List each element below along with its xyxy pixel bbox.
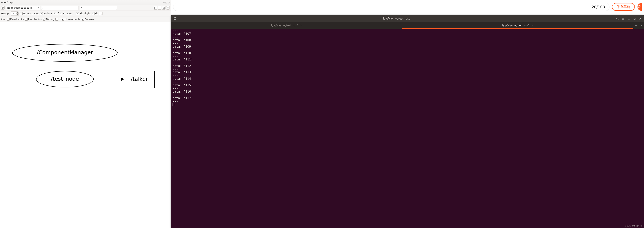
terminal-tab-strip: lyy@lyy: ~/test_ros2 ✕ lyy@lyy: ~/test_r…: [171, 22, 644, 29]
terminal-line: ---: [172, 100, 642, 103]
terminal-window: lyy@lyy: ~/test_ros2: [171, 15, 644, 228]
terminal-line: data: '111': [172, 58, 642, 61]
counter-pill: 20/100: [173, 3, 609, 11]
publish-button[interactable]: 发: [638, 3, 642, 11]
separator: [74, 12, 74, 16]
terminal-tab-2[interactable]: lyy@lyy: ~/test_ros2 ✕: [402, 22, 633, 29]
terminal-line: data: '110': [172, 52, 642, 55]
group-label: Group:: [1, 12, 10, 15]
checkbox-highlight[interactable]: Highlight: [76, 12, 91, 15]
hide-label: ide:: [1, 18, 6, 21]
checkbox-unreachable[interactable]: Unreachable: [62, 18, 80, 21]
hamburger-icon: [622, 17, 624, 20]
view-mode-dropdown[interactable]: Nodes/Topics (active): [6, 6, 40, 10]
graph-canvas[interactable]: /ComponentManager /test_node /talker: [0, 22, 171, 228]
save-image-button[interactable]: [154, 6, 157, 10]
checkbox-hide-tf[interactable]: tf: [55, 18, 60, 21]
svg-point-2: [168, 8, 168, 8]
window-title-icons[interactable]: ⎙ □ ○: [163, 1, 170, 4]
terminal-line: data: '112': [172, 64, 642, 68]
watermark: CSDN @不浪不欢: [625, 224, 642, 227]
terminal-search-button[interactable]: [614, 16, 620, 21]
terminal-line: ---: [172, 93, 642, 97]
terminal-line: ---: [172, 80, 642, 84]
window-close-button[interactable]: [638, 16, 643, 21]
search-icon: [616, 17, 619, 20]
group-spinbox[interactable]: ▲▼: [11, 12, 19, 16]
terminal-line: ---: [172, 68, 642, 71]
gear-icon: [167, 7, 169, 9]
spin-up[interactable]: ▲: [16, 12, 18, 14]
checkbox-tf[interactable]: tf: [54, 12, 59, 15]
terminal-line: data: '116': [172, 90, 642, 93]
checkbox-images[interactable]: Images: [60, 12, 72, 15]
terminal-title: lyy@lyy: ~/test_ros2: [179, 17, 614, 20]
window-title: ode Graph: [1, 1, 14, 4]
group-value-input[interactable]: [11, 12, 16, 16]
refresh-icon: [2, 7, 4, 9]
checkbox-debug[interactable]: Debug: [43, 18, 54, 21]
filter-input-2[interactable]: [80, 6, 117, 10]
terminal-line: ---: [172, 61, 642, 64]
node-test-node-label: /test_node: [51, 76, 79, 82]
svg-line-4: [101, 14, 102, 14]
view-mode-value: Nodes/Topics (active): [7, 6, 34, 9]
close-icon: [639, 17, 642, 20]
checkbox-params[interactable]: Params: [82, 18, 94, 21]
terminal-line: ---: [172, 48, 642, 52]
svg-rect-14: [634, 18, 635, 19]
tab-dropdown-button[interactable]: ▾: [639, 23, 644, 28]
checkbox-fit[interactable]: Fit: [92, 12, 98, 15]
save-dot-button[interactable]: [158, 6, 161, 10]
tab-extras: + ▾: [633, 22, 644, 29]
graph-svg: /ComponentManager /test_node /talker: [0, 22, 171, 112]
rqt-graph-window: ode Graph ⎙ □ ○ Nodes/Topics (active) Gr…: [0, 0, 171, 228]
new-tab-icon: [174, 17, 176, 20]
window-titlebar: ode Graph ⎙ □ ○: [0, 0, 171, 5]
terminal-tab-1[interactable]: lyy@lyy: ~/test_ros2 ✕: [171, 22, 402, 29]
toolbar-row-1: Nodes/Topics (active): [0, 5, 171, 11]
open-icon: [162, 7, 165, 9]
settings-button[interactable]: [166, 6, 170, 10]
svg-point-3: [100, 13, 101, 14]
new-tab-button[interactable]: [172, 16, 178, 21]
tab-close-icon[interactable]: ✕: [300, 24, 302, 27]
terminal-tab-1-label: lyy@lyy: ~/test_ros2: [271, 24, 298, 27]
maximize-icon: [633, 17, 636, 20]
window-minimize-button[interactable]: [626, 16, 632, 21]
toolbar-row-2: Group: ▲▼ Namespaces Actions tf Images H…: [0, 11, 171, 17]
zoom-button[interactable]: [99, 12, 102, 15]
tab-add-button[interactable]: +: [634, 23, 638, 28]
checkbox-namespaces[interactable]: Namespaces: [20, 12, 39, 15]
terminal-cursor: [172, 103, 174, 106]
save-draft-button[interactable]: 保存草稿: [612, 3, 635, 11]
checkbox-dead-sinks[interactable]: Dead sinks: [7, 18, 24, 21]
terminal-line: ---: [172, 74, 642, 77]
toolbar-row-3: ide: Dead sinks Leaf topics Debug tf Unr…: [0, 17, 171, 22]
svg-point-1: [155, 7, 155, 8]
terminal-output[interactable]: ---data: '107'---data: '108'---data: '10…: [171, 29, 644, 228]
counter-text: 20/100: [592, 5, 605, 9]
spin-down[interactable]: ▼: [16, 14, 18, 16]
refresh-button[interactable]: [1, 6, 4, 10]
checkbox-leaf-topics[interactable]: Leaf topics: [25, 18, 42, 21]
terminal-line: data: '107': [172, 32, 642, 36]
window-maximize-button[interactable]: [632, 16, 637, 21]
terminal-line: data: '117': [172, 97, 642, 100]
terminal-line: ---: [172, 29, 642, 32]
load-dot-button[interactable]: [162, 6, 166, 10]
terminal-line: data: '113': [172, 71, 642, 74]
filter-input-1[interactable]: [41, 6, 78, 10]
browser-toolbar: 20/100 保存草稿 发: [171, 0, 644, 14]
tab-close-icon[interactable]: ✕: [531, 24, 533, 27]
terminal-menu-button[interactable]: [620, 16, 626, 21]
terminal-titlebar: lyy@lyy: ~/test_ros2: [171, 15, 644, 22]
node-talker-label: /talker: [131, 76, 148, 82]
terminal-line: data: '109': [172, 45, 642, 48]
file-icon: [158, 7, 161, 9]
svg-line-9: [618, 19, 618, 20]
terminal-line: data: '108': [172, 39, 642, 42]
terminal-line: data: '114': [172, 77, 642, 80]
terminal-line: data: '115': [172, 84, 642, 87]
checkbox-actions[interactable]: Actions: [40, 12, 52, 15]
